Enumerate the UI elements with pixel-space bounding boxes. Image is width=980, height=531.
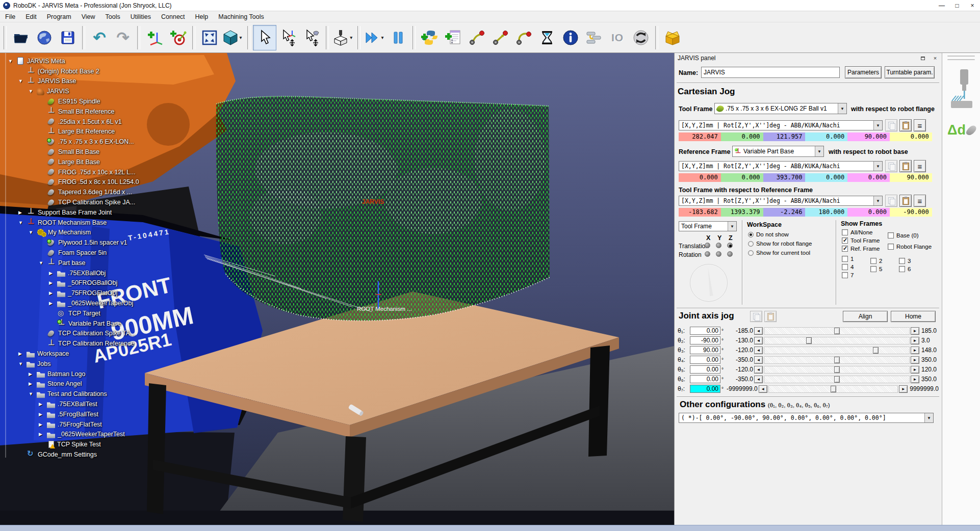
menu-item[interactable]: Utilities bbox=[125, 11, 156, 22]
tree-item[interactable]: _75FROGFlatObj bbox=[7, 288, 226, 298]
menu-item[interactable]: Machining Tools bbox=[213, 11, 269, 22]
jog-left-arrow[interactable]: ◄ bbox=[754, 347, 763, 354]
checkbox-tool-frame[interactable]: Tool Frame bbox=[842, 237, 880, 244]
jog-slider-thumb[interactable] bbox=[831, 386, 836, 392]
checkbox-robot-flange[interactable]: Robot Flange bbox=[888, 244, 932, 250]
jog-right-arrow[interactable]: ► bbox=[911, 376, 919, 383]
tree-item[interactable]: Support Base Frame Joint bbox=[7, 207, 226, 218]
tree-item[interactable]: Test and Calibrations bbox=[7, 389, 226, 399]
parameters-button[interactable]: Parameters bbox=[845, 66, 882, 78]
open-library-button[interactable] bbox=[33, 25, 56, 50]
pose-y[interactable]: 0.000 bbox=[721, 173, 763, 182]
jog-left-arrow[interactable]: ◄ bbox=[754, 366, 763, 374]
tree-item[interactable]: TCP Calibration Spike TA... bbox=[7, 329, 226, 339]
checkbox-frame-2[interactable]: 2 bbox=[870, 258, 882, 264]
pose-rz[interactable]: 0.000 bbox=[805, 173, 847, 182]
joint-value[interactable]: 0.00 bbox=[690, 375, 720, 383]
translation-z-radio[interactable] bbox=[727, 243, 733, 248]
workspace-do-not-show-radio[interactable]: Do not show bbox=[748, 231, 789, 237]
add-python-program-button[interactable] bbox=[418, 25, 442, 50]
pose-rz[interactable]: 180.000 bbox=[805, 208, 847, 217]
tree-item[interactable]: TCP Target bbox=[7, 308, 226, 318]
format-select-3[interactable]: [X,Y,Z]mm | Rot[Z,Y',X'']deg - ABB/KUKA/… bbox=[679, 196, 883, 206]
float-panel-button[interactable] bbox=[919, 55, 927, 62]
pose-menu-button-2[interactable]: ≡ bbox=[914, 160, 926, 172]
close-button[interactable]: × bbox=[965, 0, 980, 11]
dropdown-arrow-icon[interactable]: ▼ bbox=[873, 162, 882, 171]
tree-item[interactable]: Stone Angel bbox=[7, 379, 226, 389]
tree-item[interactable]: JARVIS Base bbox=[7, 76, 226, 87]
tree-splitter[interactable] bbox=[5, 53, 6, 458]
tree-item[interactable]: GCode_mm Settings bbox=[7, 449, 226, 460]
workspace-show-tool-radio[interactable]: Show for current tool bbox=[748, 250, 810, 256]
delta-d-panel-tab[interactable]: Δd bbox=[945, 123, 977, 137]
jog-slider-thumb[interactable] bbox=[834, 328, 840, 334]
checkbox-frame-6[interactable]: 6 bbox=[899, 266, 911, 272]
open-file-button[interactable] bbox=[9, 25, 33, 50]
jog-slider-thumb[interactable] bbox=[873, 347, 879, 354]
jog-slider-track[interactable] bbox=[764, 327, 910, 335]
select-tool-button[interactable] bbox=[253, 25, 276, 50]
pose-rx[interactable]: 90.000 bbox=[890, 173, 932, 182]
tree-expander-icon[interactable] bbox=[8, 59, 16, 64]
tree-expander-icon[interactable] bbox=[39, 432, 47, 437]
rotation-z-radio[interactable] bbox=[727, 251, 733, 257]
joint-value[interactable]: -90.00 bbox=[690, 336, 720, 344]
rotation-x-radio[interactable] bbox=[705, 251, 710, 257]
tree-item[interactable]: FROG .75d x 10c x 12L L... bbox=[7, 167, 226, 177]
joint-value[interactable]: 0.00 bbox=[690, 385, 720, 393]
pose-x[interactable]: 282.047 bbox=[679, 132, 721, 141]
tree-item[interactable]: Large Bit Base bbox=[7, 157, 226, 167]
pose-z[interactable]: 121.957 bbox=[763, 132, 806, 141]
menu-item[interactable]: Help bbox=[190, 11, 214, 22]
tree-item[interactable]: ES915 Spindle bbox=[7, 96, 226, 107]
dropdown-arrow-icon[interactable]: ▼ bbox=[873, 196, 882, 205]
undo-button[interactable]: ↶ bbox=[88, 25, 111, 50]
tree-expander-icon[interactable] bbox=[49, 301, 57, 306]
pose-x[interactable]: 0.000 bbox=[679, 173, 721, 182]
jog-right-arrow[interactable]: ► bbox=[899, 385, 908, 393]
pause-button[interactable] bbox=[386, 25, 410, 50]
joint-value[interactable]: 0.00 bbox=[690, 356, 720, 364]
tree-expander-icon[interactable] bbox=[29, 391, 37, 396]
tree-expander-icon[interactable] bbox=[29, 381, 37, 386]
tree-expander-icon[interactable] bbox=[18, 351, 27, 356]
tree-expander-icon[interactable] bbox=[18, 78, 27, 84]
tree-expander-icon[interactable] bbox=[49, 271, 57, 276]
pose-menu-button-3[interactable]: ≡ bbox=[914, 195, 926, 207]
tree-item[interactable]: Small Bit Reference bbox=[7, 107, 226, 117]
checkbox-frame-7[interactable]: 7 bbox=[842, 272, 854, 278]
pose-z[interactable]: 393.700 bbox=[763, 173, 806, 182]
dropdown-arrow-icon[interactable]: ▼ bbox=[924, 413, 933, 422]
checkbox-base-0[interactable]: Base (0) bbox=[888, 232, 918, 238]
refresh-button[interactable] bbox=[629, 25, 653, 50]
move-joint-instruction-button[interactable] bbox=[465, 25, 488, 50]
jog-right-arrow[interactable]: ► bbox=[911, 337, 919, 344]
isometric-view-button[interactable]: ▾ bbox=[221, 25, 245, 50]
dropdown-caret-icon[interactable]: ▾ bbox=[381, 35, 386, 40]
jog-slider-track[interactable] bbox=[764, 376, 910, 383]
joint-value[interactable]: 90.00 bbox=[690, 346, 720, 354]
copy-pose-button-2[interactable] bbox=[885, 160, 897, 172]
translation-y-radio[interactable] bbox=[716, 243, 721, 248]
tree-item[interactable]: _0625WeekerTaperTest bbox=[7, 429, 226, 439]
pose-menu-button-1[interactable]: ≡ bbox=[914, 119, 926, 131]
reference-frame-select[interactable]: Variable Part Base ▼ bbox=[732, 146, 824, 157]
pose-z[interactable]: -2.246 bbox=[763, 208, 806, 217]
menu-item[interactable]: View bbox=[76, 11, 100, 22]
paste-pose-button-1[interactable] bbox=[899, 119, 912, 131]
move-robot-button[interactable] bbox=[300, 25, 323, 50]
checkbox-frame-1[interactable]: 1 bbox=[842, 256, 854, 262]
menu-item[interactable]: Program bbox=[42, 11, 76, 22]
pose-y[interactable]: 0.000 bbox=[721, 132, 763, 141]
dropdown-arrow-icon[interactable]: ▼ bbox=[815, 146, 823, 156]
save-button[interactable] bbox=[56, 25, 80, 50]
paste-pose-button-3[interactable] bbox=[899, 195, 912, 207]
tree-item[interactable]: My Mechanism bbox=[7, 228, 226, 238]
tree-item[interactable]: Tapered 3.6deg 1/16d x ... bbox=[7, 187, 226, 197]
align-button[interactable]: Align bbox=[843, 311, 888, 322]
tool-frame-select[interactable]: .75 x .75 x 3 x 6 EX-LONG 2F Ball v1 ▼ bbox=[714, 103, 847, 114]
tree-item[interactable]: Foam Spacer 5in bbox=[7, 248, 226, 258]
jog-right-arrow[interactable]: ► bbox=[911, 347, 919, 354]
paste-pose-button-2[interactable] bbox=[899, 160, 912, 172]
